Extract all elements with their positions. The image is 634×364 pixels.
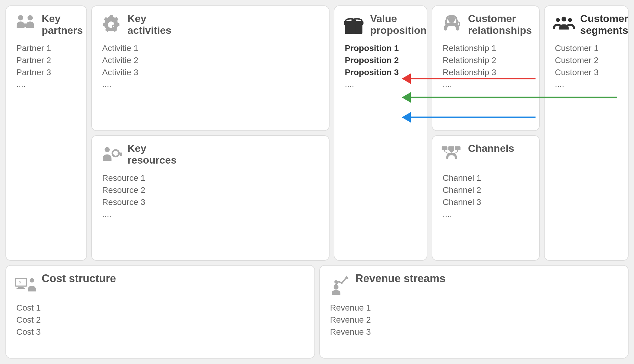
proposition-more: .... bbox=[345, 80, 420, 89]
revenue-3: Revenue 3 bbox=[330, 327, 621, 337]
customer-more: .... bbox=[555, 80, 621, 89]
revenue-1: Revenue 1 bbox=[330, 303, 621, 313]
partners-svg-icon bbox=[14, 14, 36, 36]
partner-more: .... bbox=[16, 80, 79, 89]
svg-rect-23 bbox=[455, 146, 461, 150]
svg-rect-21 bbox=[449, 146, 454, 150]
svg-rect-40 bbox=[18, 287, 24, 288]
value-proposition-icon bbox=[342, 13, 366, 37]
cost-1: Cost 1 bbox=[16, 303, 307, 313]
activity-1: Activitie 1 bbox=[102, 43, 322, 53]
channel-1: Channel 1 bbox=[443, 173, 532, 183]
cost-structure-items: Cost 1 Cost 2 Cost 3 bbox=[13, 303, 307, 337]
channels-card: Channels Channel 1 Channel 2 Channel 3 .… bbox=[432, 135, 540, 261]
channel-more: .... bbox=[443, 209, 532, 219]
key-resources-items: Resource 1 Resource 2 Resource 3 .... bbox=[99, 173, 322, 219]
cost-3: Cost 3 bbox=[16, 327, 307, 337]
relationship-2: Relationship 2 bbox=[443, 56, 532, 65]
svg-rect-16 bbox=[445, 20, 447, 24]
key-partners-items: Partner 1 Partner 2 Partner 3 .... bbox=[13, 43, 79, 89]
resource-1: Resource 1 bbox=[102, 173, 322, 183]
channel-2: Channel 2 bbox=[443, 185, 532, 195]
bottom-section: $ Cost structure Cost 1 Cost 2 Cost 3 bbox=[5, 265, 629, 359]
resource-3: Resource 3 bbox=[102, 197, 322, 207]
channels-icon bbox=[439, 142, 464, 167]
key-activities-header: Key activities bbox=[99, 13, 322, 37]
revenue-streams-card: Revenue streams Revenue 1 Revenue 2 Reve… bbox=[319, 265, 629, 359]
relationships-svg-icon bbox=[441, 14, 462, 36]
channels-title: Channels bbox=[468, 142, 514, 154]
svg-line-25 bbox=[445, 152, 449, 154]
customer-segments-header: Customer segments bbox=[552, 13, 621, 37]
customer-2: Customer 2 bbox=[555, 56, 621, 65]
value-proposition-header: Value proposition bbox=[342, 13, 420, 37]
svg-point-28 bbox=[562, 17, 566, 21]
revenue-streams-title: Revenue streams bbox=[356, 272, 446, 285]
top-section: Key partners Partner 1 Partner 2 Partner… bbox=[5, 5, 629, 261]
svg-point-29 bbox=[556, 18, 560, 22]
value-proposition-items: Proposition 1 Proposition 2 Proposition … bbox=[342, 43, 420, 89]
value-proposition-card: Value proposition Proposition 1 Proposit… bbox=[334, 5, 427, 261]
cost-2: Cost 2 bbox=[16, 315, 307, 325]
svg-rect-22 bbox=[451, 150, 452, 152]
key-resources-header: Key resources bbox=[99, 142, 322, 167]
revenue-streams-header: Revenue streams bbox=[327, 272, 621, 296]
svg-point-1 bbox=[27, 15, 33, 20]
partner-1: Partner 1 bbox=[16, 43, 79, 53]
svg-rect-6 bbox=[118, 152, 122, 154]
svg-rect-2 bbox=[23, 25, 28, 27]
customer-3: Customer 3 bbox=[555, 68, 621, 77]
key-partners-icon bbox=[13, 13, 37, 37]
proposition-1: Proposition 1 bbox=[345, 43, 420, 53]
revenue-streams-icon bbox=[327, 272, 351, 296]
customer-relationships-header: Customer relationships bbox=[439, 13, 532, 37]
svg-point-45 bbox=[334, 280, 338, 283]
key-activities-items: Activitie 1 Activitie 2 Activitie 3 .... bbox=[99, 43, 322, 89]
proposition-3: Proposition 3 bbox=[345, 68, 420, 77]
svg-point-14 bbox=[352, 20, 355, 22]
customer-relationships-card: Customer relationships Relationship 1 Re… bbox=[432, 5, 540, 131]
resources-svg-icon bbox=[100, 144, 122, 165]
svg-rect-41 bbox=[17, 288, 25, 289]
partner-3: Partner 3 bbox=[16, 68, 79, 77]
segments-svg-icon bbox=[553, 14, 575, 36]
revenue-streams-items: Revenue 1 Revenue 2 Revenue 3 bbox=[327, 303, 621, 337]
customer-1: Customer 1 bbox=[555, 43, 621, 53]
channels-header: Channels bbox=[439, 142, 532, 167]
proposition-2: Proposition 2 bbox=[345, 56, 420, 65]
key-partners-header: Key partners bbox=[13, 13, 79, 37]
channels-items: Channel 1 Channel 2 Channel 3 .... bbox=[439, 173, 532, 219]
revenue-2: Revenue 2 bbox=[330, 315, 621, 325]
cost-structure-icon: $ bbox=[13, 272, 37, 296]
revenue-svg-icon bbox=[328, 273, 350, 295]
value-svg-icon bbox=[343, 14, 365, 36]
key-activities-card: Key activities Activitie 1 Activitie 2 A… bbox=[91, 5, 330, 131]
activity-more: .... bbox=[102, 80, 322, 89]
relationship-1: Relationship 1 bbox=[443, 43, 532, 53]
svg-rect-17 bbox=[456, 20, 459, 24]
activities-svg-icon bbox=[100, 14, 122, 36]
key-activities-icon bbox=[99, 13, 123, 37]
relationship-more: .... bbox=[443, 80, 532, 89]
channels-svg-icon bbox=[441, 144, 462, 165]
cost-structure-card: $ Cost structure Cost 1 Cost 2 Cost 3 bbox=[5, 265, 315, 359]
customer-segments-items: Customer 1 Customer 2 Customer 3 .... bbox=[552, 43, 621, 89]
svg-rect-24 bbox=[457, 150, 458, 152]
key-resources-card: Key resources Resource 1 Resource 2 Reso… bbox=[91, 135, 330, 261]
cost-svg-icon: $ bbox=[14, 273, 36, 295]
svg-point-42 bbox=[30, 278, 34, 283]
key-partners-card: Key partners Partner 1 Partner 2 Partner… bbox=[5, 5, 87, 261]
value-proposition-title: Value proposition bbox=[370, 13, 426, 36]
customer-segments-icon bbox=[552, 13, 576, 37]
relationships-column: Customer relationships Relationship 1 Re… bbox=[432, 5, 540, 261]
customer-relationships-title: Customer relationships bbox=[468, 13, 532, 36]
svg-point-30 bbox=[568, 18, 572, 22]
svg-point-0 bbox=[18, 15, 23, 20]
customer-segments-title: Customer segments bbox=[580, 13, 628, 36]
key-resources-icon bbox=[99, 142, 123, 167]
svg-marker-44 bbox=[345, 276, 349, 279]
partner-2: Partner 2 bbox=[16, 56, 79, 65]
activity-3: Activitie 3 bbox=[102, 68, 322, 77]
svg-rect-8 bbox=[120, 154, 121, 156]
customer-relationships-items: Relationship 1 Relationship 2 Relationsh… bbox=[439, 43, 532, 89]
